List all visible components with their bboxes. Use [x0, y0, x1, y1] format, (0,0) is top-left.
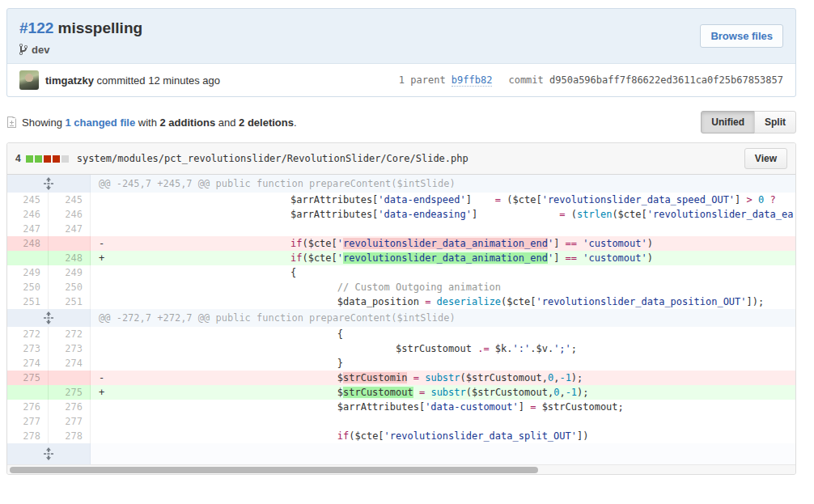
scrollbar-thumb[interactable] — [10, 467, 538, 473]
diff-row: 248- if($cte['revoluitonslider_data_anim… — [7, 236, 795, 251]
diff-code-line: $strCustomout .= $k.':'.$v.';'; — [91, 341, 795, 356]
unfold-icon[interactable] — [44, 177, 53, 190]
old-line-number[interactable]: 277 — [7, 414, 49, 429]
new-line-number[interactable] — [49, 236, 90, 251]
parent-sha-link[interactable]: b9ffb82 — [452, 74, 493, 87]
branch-row: dev — [19, 43, 783, 56]
old-line-number[interactable]: 245 — [7, 193, 49, 207]
git-branch-icon — [19, 43, 28, 56]
new-line-number[interactable]: 277 — [49, 414, 90, 429]
hunk-header: @@ -272,7 +272,7 @@ public function prep… — [91, 309, 795, 327]
diffstat-squares — [26, 153, 70, 164]
line-number-gutter: 246246 — [7, 207, 91, 222]
diff-sign — [99, 400, 109, 414]
unified-view-button[interactable]: Unified — [701, 111, 755, 133]
diffstat-square-del — [44, 155, 51, 163]
commit-meta-row: timgatzky committed 12 minutes ago 1 par… — [7, 63, 795, 96]
old-line-number[interactable]: 250 — [7, 280, 49, 294]
hunk-header: @@ -245,7 +245,7 @@ public function prep… — [91, 175, 795, 193]
line-number-gutter: 275 — [7, 385, 91, 400]
new-line-number[interactable]: 273 — [49, 341, 90, 356]
commit-author-line: timgatzky committed 12 minutes ago — [45, 74, 220, 87]
diff-code-line: $arrAttributes['data-customout'] = $strC… — [91, 400, 795, 414]
diffstat-count: 4 — [15, 153, 21, 164]
new-line-number[interactable]: 245 — [49, 193, 90, 207]
old-line-number[interactable]: 275 — [7, 371, 49, 385]
diff-row: 250250 // Custom Outgoing animation — [7, 280, 795, 294]
view-file-button[interactable]: View — [744, 148, 787, 169]
commit-header-box: #122 misspelling dev Browse files timgat… — [6, 8, 796, 97]
diff-sign — [99, 294, 109, 309]
diff-code-line: if($cte['revolutionslider_data_split_OUT… — [91, 429, 795, 443]
pull-number-link[interactable]: #122 — [19, 19, 53, 36]
new-line-number[interactable]: 276 — [49, 400, 90, 414]
unfold-icon[interactable] — [44, 447, 53, 460]
new-line-number[interactable]: 248 — [49, 251, 90, 265]
new-line-number[interactable]: 278 — [49, 429, 90, 443]
diff-code-line: + $strCustomout = substr($strCustomout,0… — [91, 385, 795, 400]
old-line-number[interactable]: 274 — [7, 356, 49, 371]
diff-sign: + — [99, 251, 109, 265]
branch-name: dev — [32, 44, 49, 56]
line-number-gutter: 245245 — [7, 193, 91, 207]
unfold-icon[interactable] — [44, 311, 53, 324]
old-line-number[interactable]: 247 — [7, 222, 49, 236]
diff-row: 275- $strCustomin = substr($strCustomout… — [7, 371, 795, 385]
diff-sign: - — [99, 371, 109, 385]
old-line-number[interactable]: 249 — [7, 265, 49, 280]
new-line-number[interactable] — [49, 371, 90, 385]
page-container: #122 misspelling dev Browse files timgat… — [6, 8, 796, 475]
new-line-number[interactable]: 272 — [49, 327, 90, 341]
new-line-number[interactable]: 275 — [49, 385, 90, 400]
old-line-number[interactable]: 272 — [7, 327, 49, 341]
diff-row: 273273 $strCustomout .= $k.':'.$v.';'; — [7, 341, 795, 356]
old-line-number[interactable]: 248 — [7, 236, 49, 251]
diff-sign — [99, 222, 109, 236]
diff-sign — [99, 193, 109, 207]
new-line-number[interactable]: 249 — [49, 265, 90, 280]
horizontal-scrollbar[interactable] — [7, 464, 795, 474]
changed-files-link[interactable]: 1 changed file — [65, 116, 135, 129]
old-line-number[interactable] — [7, 385, 49, 400]
line-number-gutter: 276276 — [7, 400, 91, 414]
diff-row: @@ -245,7 +245,7 @@ public function prep… — [7, 175, 795, 193]
hunk-header — [91, 443, 795, 464]
author-name[interactable]: timgatzky — [45, 74, 94, 87]
line-number-gutter: 248 — [7, 251, 91, 265]
diff-row: 248+ if($cte['revolutionslider_data_anim… — [7, 251, 795, 265]
diff-code-line: $arrAttributes['data-endspeed'] = ($cte[… — [91, 193, 795, 207]
file-path: system/modules/pct_revolutionslider/Revo… — [77, 153, 468, 164]
diff-code-line: $arrAttributes['data-endeasing'] = (strl… — [91, 207, 795, 222]
diff-row: 245245 $arrAttributes['data-endspeed'] =… — [7, 193, 795, 207]
diffstat-square-add — [35, 155, 42, 163]
diff-code-line — [91, 222, 795, 236]
line-number-gutter: 273273 — [7, 341, 91, 356]
diff-row: 276276 $arrAttributes['data-customout'] … — [7, 400, 795, 414]
old-line-number[interactable]: 276 — [7, 400, 49, 414]
old-line-number[interactable]: 278 — [7, 429, 49, 443]
diff-row: 272272 { — [7, 327, 795, 341]
diff-sign: + — [99, 385, 109, 400]
old-line-number[interactable]: 273 — [7, 341, 49, 356]
line-number-gutter: 277277 — [7, 414, 91, 429]
summary-and: and — [215, 116, 239, 129]
diff-summary-text: Showing 1 changed file with 2 additions … — [22, 116, 297, 129]
line-number-gutter: 249249 — [7, 265, 91, 280]
avatar[interactable] — [19, 70, 39, 90]
diff-sign — [99, 280, 109, 294]
diffstat-square-add — [26, 155, 33, 163]
new-line-number[interactable]: 274 — [49, 356, 90, 371]
new-line-number[interactable]: 251 — [49, 294, 90, 309]
new-line-number[interactable]: 250 — [49, 280, 90, 294]
diff-code-line: + if($cte['revolutionslider_data_animati… — [91, 251, 795, 265]
browse-files-button[interactable]: Browse files — [700, 24, 783, 48]
old-line-number[interactable]: 251 — [7, 294, 49, 309]
old-line-number[interactable]: 246 — [7, 207, 49, 222]
new-line-number[interactable]: 247 — [49, 222, 90, 236]
hunk-gutter — [7, 443, 91, 464]
old-line-number[interactable] — [7, 251, 49, 265]
diff-row: 278278 if($cte['revolutionslider_data_sp… — [7, 429, 795, 443]
summary-with: with — [135, 116, 159, 129]
new-line-number[interactable]: 246 — [49, 207, 90, 222]
split-view-button[interactable]: Split — [754, 111, 796, 133]
